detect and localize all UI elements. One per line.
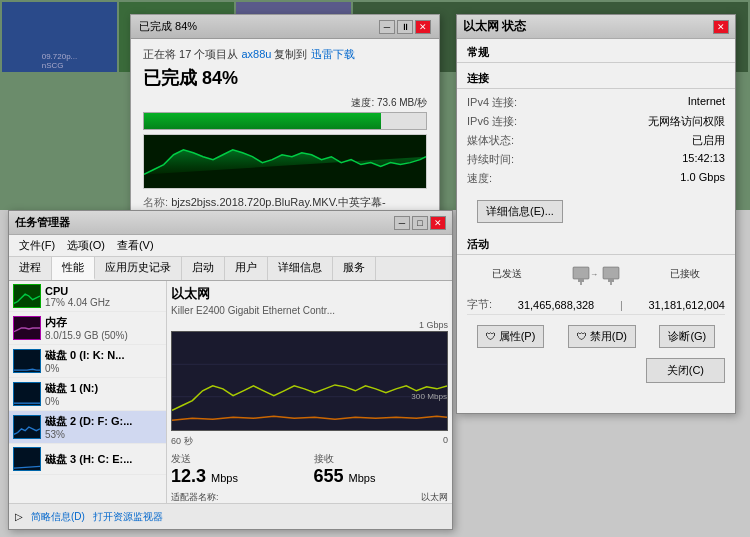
tab-users[interactable]: 用户 — [225, 257, 268, 280]
tab-processes[interactable]: 进程 — [9, 257, 52, 280]
net-duration-value: 15:42:13 — [682, 152, 725, 167]
net-status-winbtns: ✕ — [713, 20, 729, 34]
recv-stat: 接收 655 Mbps — [314, 452, 449, 487]
copy-dest: 迅雷下载 — [311, 48, 355, 60]
copy-source: ax88u — [241, 48, 271, 60]
graph-label-right: 1 Gbps — [419, 320, 448, 330]
copy-dialog-titlebar: 已完成 84% ─ ⏸ ✕ — [131, 15, 439, 39]
network-activity-icon: → — [571, 259, 621, 289]
tab-services[interactable]: 服务 — [333, 257, 376, 280]
disk0-detail: 0% — [45, 363, 162, 374]
net-activity: 已发送 → 已接收 字节: 31,465,688 — [457, 255, 735, 319]
process-disk2[interactable]: 磁盘 2 (D: F: G:... 53% — [9, 411, 166, 444]
copy-pause-btn[interactable]: ⏸ — [397, 20, 413, 34]
properties-label: 属性(P) — [499, 329, 536, 344]
menu-options[interactable]: 选项(O) — [61, 236, 111, 255]
activity-header: 已发送 → 已接收 — [467, 259, 725, 289]
tm-minimize-btn[interactable]: ─ — [394, 216, 410, 230]
disk2-name: 磁盘 2 (D: F: G:... — [45, 414, 162, 429]
copy-header-text: 正在将 17 个项目从 ax88u 复制到 迅雷下载 — [143, 47, 427, 62]
task-manager-footer: ▷ 简略信息(D) 打开资源监视器 — [9, 503, 452, 529]
net-media-key: 媒体状态: — [467, 133, 514, 148]
send-number: 12.3 — [171, 466, 206, 486]
process-list: CPU 17% 4.04 GHz 内存 8.0/15.9 GB (50%) — [9, 281, 167, 519]
send-value: 12.3 Mbps — [171, 466, 306, 487]
recv-value: 655 Mbps — [314, 466, 449, 487]
disk3-info: 磁盘 3 (H: C: E:... — [45, 452, 162, 467]
recv-label: 接收 — [314, 452, 449, 466]
footer-simple: ▷ — [15, 511, 23, 522]
svg-rect-16 — [608, 279, 614, 282]
process-cpu[interactable]: CPU 17% 4.04 GHz — [9, 281, 166, 312]
task-manager: 任务管理器 ─ □ ✕ 文件(F) 选项(O) 查看(V) 进程 性能 应用历史… — [8, 210, 453, 530]
copy-filename-label: 名称: — [143, 196, 168, 208]
bytes-key: 字节: — [467, 297, 492, 312]
cpu-info: CPU 17% 4.04 GHz — [45, 285, 162, 308]
menu-view[interactable]: 查看(V) — [111, 236, 160, 255]
network-title: 以太网 — [171, 285, 448, 303]
tab-details[interactable]: 详细信息 — [268, 257, 333, 280]
disk2-graph-small — [13, 415, 41, 439]
net-status-close-btn[interactable]: ✕ — [713, 20, 729, 34]
net-status-close-bottom[interactable]: 关闭(C) — [646, 358, 725, 383]
footer-monitor-link[interactable]: 打开资源监视器 — [93, 510, 163, 524]
net-connection-table: IPv4 连接: Internet IPv6 连接: 无网络访问权限 媒体状态:… — [457, 89, 735, 192]
network-subtitle: Killer E2400 Gigabit Ethernet Contr... — [171, 305, 448, 316]
disk0-graph-small — [13, 349, 41, 373]
net-general-section: 常规 — [457, 39, 735, 63]
bytes-divider: | — [620, 299, 623, 311]
footer-simple-link[interactable]: 简略信息(D) — [31, 510, 85, 524]
recv-unit: Mbps — [349, 472, 376, 484]
copy-graph — [143, 134, 427, 189]
svg-rect-3 — [14, 350, 40, 372]
net-ipv6-row: IPv6 连接: 无网络访问权限 — [467, 112, 725, 131]
svg-rect-5 — [14, 416, 40, 438]
menu-file[interactable]: 文件(F) — [13, 236, 61, 255]
tm-maximize-btn[interactable]: □ — [412, 216, 428, 230]
svg-rect-11 — [573, 267, 589, 279]
copy-close-btn[interactable]: ✕ — [415, 20, 431, 34]
copy-dialog-winbtns: ─ ⏸ ✕ — [379, 20, 431, 34]
task-manager-menubar: 文件(F) 选项(O) 查看(V) — [9, 235, 452, 257]
process-disk3[interactable]: 磁盘 3 (H: C: E:... — [9, 444, 166, 475]
memory-info: 内存 8.0/15.9 GB (50%) — [45, 315, 162, 341]
net-activity-section: 活动 — [457, 231, 735, 255]
network-panel: 以太网 Killer E2400 Gigabit Ethernet Contr.… — [167, 281, 452, 519]
tab-startup[interactable]: 启动 — [182, 257, 225, 280]
close-btn-row: 关闭(C) — [457, 354, 735, 387]
copy-progress-bar-container — [143, 112, 427, 130]
time-axis: 60 秒 0 — [171, 435, 448, 448]
tab-performance[interactable]: 性能 — [52, 257, 95, 280]
memory-detail: 8.0/15.9 GB (50%) — [45, 330, 162, 341]
disable-btn[interactable]: 🛡 禁用(D) — [568, 325, 636, 348]
net-speed-value: 1.0 Gbps — [680, 171, 725, 186]
bytes-send: 31,465,688,328 — [518, 299, 594, 311]
net-duration-key: 持续时间: — [467, 152, 514, 167]
memory-name: 内存 — [45, 315, 162, 330]
svg-text:300 Mbps: 300 Mbps — [411, 392, 447, 401]
send-unit: Mbps — [211, 472, 238, 484]
net-connection-section: 连接 — [457, 65, 735, 89]
time-label-right: 0 — [443, 435, 448, 448]
diagnose-btn[interactable]: 诊断(G) — [659, 325, 715, 348]
svg-text:→: → — [590, 270, 598, 279]
copy-minimize-btn[interactable]: ─ — [379, 20, 395, 34]
network-graph: 300 Mbps — [171, 331, 448, 431]
disk2-info: 磁盘 2 (D: F: G:... 53% — [45, 414, 162, 440]
svg-rect-7 — [172, 332, 447, 430]
task-manager-winbtns: ─ □ ✕ — [394, 216, 446, 230]
network-icon-svg: → — [571, 259, 621, 289]
net-ipv6-value: 无网络访问权限 — [648, 114, 725, 129]
tm-close-btn[interactable]: ✕ — [430, 216, 446, 230]
copy-big-text: 已完成 84% — [143, 66, 427, 90]
process-disk1[interactable]: 磁盘 1 (N:) 0% — [9, 378, 166, 411]
disk3-name: 磁盘 3 (H: C: E:... — [45, 452, 162, 467]
tab-app-history[interactable]: 应用历史记录 — [95, 257, 182, 280]
process-memory[interactable]: 内存 8.0/15.9 GB (50%) — [9, 312, 166, 345]
properties-btn[interactable]: 🛡 属性(P) — [477, 325, 545, 348]
graph-header: 1 Gbps — [171, 320, 448, 330]
net-details-btn[interactable]: 详细信息(E)... — [477, 200, 563, 223]
process-disk0[interactable]: 磁盘 0 (I: K: N... 0% — [9, 345, 166, 378]
disk0-info: 磁盘 0 (I: K: N... 0% — [45, 348, 162, 374]
svg-rect-12 — [578, 279, 584, 282]
